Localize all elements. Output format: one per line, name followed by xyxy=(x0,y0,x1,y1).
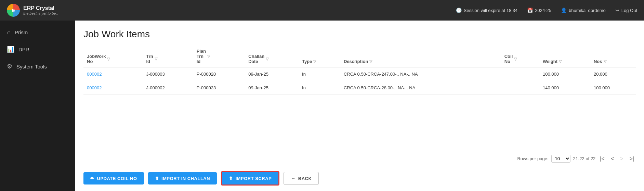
cell-jobwork-no[interactable]: 000002 xyxy=(83,81,143,95)
logo-text: ERP Crystal the best is yet to be.. xyxy=(23,5,58,15)
user-info: 👤 bhumika_dprdemo xyxy=(561,8,606,13)
col-label-jobwork-no: JobWorkNo xyxy=(87,54,106,64)
sidebar-item-prism[interactable]: ⌂ Prism xyxy=(0,24,75,41)
header-meta: 🕐 Session will expire at 18:34 📅 2024-25… xyxy=(456,8,637,13)
filter-icon-challan-date[interactable]: ▽ xyxy=(266,57,268,61)
back-button[interactable]: ← BACK xyxy=(284,172,319,185)
sidebar: ⌂ Prism 📊 DPR ⚙ System Tools xyxy=(0,21,75,191)
back-label: BACK xyxy=(298,176,312,181)
sidebar-label-dpr: DPR xyxy=(18,47,29,52)
sidebar-label-prism: Prism xyxy=(15,29,28,35)
calendar-icon: 📅 xyxy=(527,8,533,13)
filter-icon-plan-trn-id[interactable]: ▽ xyxy=(207,54,210,59)
edit-icon: ✏ xyxy=(90,176,95,181)
cell-nos: 100.000 xyxy=(590,81,636,95)
back-arrow-icon: ← xyxy=(291,176,296,181)
cell-type: In xyxy=(299,67,340,81)
import-scrap-label: IMPORT SCRAP xyxy=(236,176,272,181)
col-label-trn-id: TrnId xyxy=(146,54,153,64)
app-title: ERP Crystal xyxy=(23,5,58,11)
user-icon: 👤 xyxy=(561,8,567,13)
footer-buttons: ✏ UPDATE COIL NO ⬆ IMPORT IN CHALLAN ⬆ I… xyxy=(83,167,636,186)
clock-icon: 🕐 xyxy=(456,8,462,13)
rows-per-page-select[interactable]: 10 25 50 100 xyxy=(551,155,570,163)
last-page-button[interactable]: >| xyxy=(628,155,636,163)
session-label: Session will expire at 18:34 xyxy=(464,8,518,13)
logout-item[interactable]: ↪ Log Out xyxy=(615,8,637,13)
update-coil-no-button[interactable]: ✏ UPDATE COIL NO xyxy=(83,172,144,184)
col-label-coil-no: CoilNo xyxy=(504,54,513,64)
col-header-nos: Nos ▽ xyxy=(590,46,636,67)
table-wrapper: JobWorkNo ▽ TrnId ▽ Plan xyxy=(83,46,636,151)
table-row: 000002 J-000003 P-000020 09-Jan-25 In CR… xyxy=(83,67,636,81)
col-header-coil-no: CoilNo ▽ xyxy=(501,46,539,67)
logout-label: Log Out xyxy=(621,8,637,13)
job-work-items-table: JobWorkNo ▽ TrnId ▽ Plan xyxy=(83,46,636,95)
cell-coil-no xyxy=(501,81,539,95)
col-label-nos: Nos xyxy=(594,59,602,64)
sidebar-item-system-tools[interactable]: ⚙ System Tools xyxy=(0,58,75,75)
table-row: 000002 J-000002 P-000023 09-Jan-25 In CR… xyxy=(83,81,636,95)
filter-icon-coil-no[interactable]: ▽ xyxy=(514,57,517,61)
filter-icon-trn-id[interactable]: ▽ xyxy=(155,57,157,61)
upload-icon-challan: ⬆ xyxy=(155,176,159,181)
filter-icon-description[interactable]: ▽ xyxy=(369,59,372,64)
cell-weight: 140.000 xyxy=(539,81,590,95)
app-subtitle: the best is yet to be.. xyxy=(23,11,58,15)
col-label-type: Type xyxy=(302,59,312,64)
col-header-weight: Weight ▽ xyxy=(539,46,590,67)
sidebar-label-system-tools: System Tools xyxy=(16,64,47,69)
first-page-button[interactable]: |< xyxy=(598,155,606,163)
import-scrap-button[interactable]: ⬆ IMPORT SCRAP xyxy=(221,171,279,186)
session-info: 🕐 Session will expire at 18:34 xyxy=(456,8,518,13)
cell-description: CRCA 0.50-CRCA-28.00-.. NA-.. NA xyxy=(340,81,501,95)
page-title: Job Work Items xyxy=(83,29,636,40)
col-header-challan-date: ChallanDate ▽ xyxy=(245,46,299,67)
main-layout: ⌂ Prism 📊 DPR ⚙ System Tools Job Work It… xyxy=(0,21,644,191)
sidebar-item-dpr[interactable]: 📊 DPR xyxy=(0,41,75,58)
pagination-bar: Rows per page: 10 25 50 100 21-22 of 22 … xyxy=(83,151,636,164)
cell-type: In xyxy=(299,81,340,95)
year-label: 2024-25 xyxy=(535,8,551,13)
cell-description: CRCA 0.50-CRCA-247.00-.. NA-.. NA xyxy=(340,67,501,81)
chart-icon: 📊 xyxy=(7,46,14,53)
cell-challan-date: 09-Jan-25 xyxy=(245,81,299,95)
home-icon: ⌂ xyxy=(7,29,11,36)
cell-plan-trn-id: P-000023 xyxy=(193,81,245,95)
cell-trn-id: J-000002 xyxy=(143,81,193,95)
logout-icon: ↪ xyxy=(615,8,619,13)
content-area: Job Work Items JobWorkNo ▽ TrnId xyxy=(75,21,644,191)
upload-icon-scrap: ⬆ xyxy=(229,176,233,181)
filter-icon-nos[interactable]: ▽ xyxy=(604,59,606,64)
user-label: bhumika_dprdemo xyxy=(569,8,606,13)
prev-page-button[interactable]: < xyxy=(609,155,616,163)
col-label-challan-date: ChallanDate xyxy=(248,54,264,64)
col-header-plan-trn-id: PlanTrnId ▽ xyxy=(193,46,245,67)
col-header-type: Type ▽ xyxy=(299,46,340,67)
import-in-challan-label: IMPORT IN CHALLAN xyxy=(161,176,210,181)
col-header-description: Description ▽ xyxy=(340,46,501,67)
next-page-button[interactable]: > xyxy=(618,155,625,163)
cell-challan-date: 09-Jan-25 xyxy=(245,67,299,81)
filter-icon-jobwork-no[interactable]: ▽ xyxy=(107,57,110,61)
cell-jobwork-no[interactable]: 000002 xyxy=(83,67,143,81)
col-label-description: Description xyxy=(344,59,368,64)
update-coil-no-label: UPDATE COIL NO xyxy=(97,176,137,181)
cell-nos: 20.000 xyxy=(590,67,636,81)
col-label-plan-trn-id: PlanTrnId xyxy=(197,49,206,64)
col-header-trn-id: TrnId ▽ xyxy=(143,46,193,67)
logo-icon: e xyxy=(7,4,20,17)
gear-icon: ⚙ xyxy=(7,63,12,70)
cell-trn-id: J-000003 xyxy=(143,67,193,81)
col-label-weight: Weight xyxy=(543,59,557,64)
cell-plan-trn-id: P-000020 xyxy=(193,67,245,81)
import-in-challan-button[interactable]: ⬆ IMPORT IN CHALLAN xyxy=(148,172,217,184)
rows-per-page-label: Rows per page: xyxy=(517,156,548,161)
year-info: 📅 2024-25 xyxy=(527,8,551,13)
logo-area: e ERP Crystal the best is yet to be.. xyxy=(7,4,82,17)
col-header-jobwork-no: JobWorkNo ▽ xyxy=(83,46,143,67)
filter-icon-weight[interactable]: ▽ xyxy=(559,59,562,64)
filter-icon-type[interactable]: ▽ xyxy=(313,59,316,64)
pagination-range: 21-22 of 22 xyxy=(573,156,596,161)
cell-coil-no xyxy=(501,67,539,81)
